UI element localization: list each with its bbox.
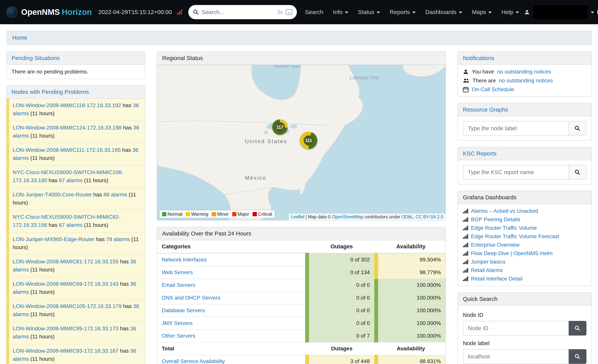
on-call-schedule-link[interactable]: On-Call Schedule — [472, 86, 514, 93]
resource-graphs-card: Resource Graphs — [457, 103, 592, 141]
availability-cell: 100.000% — [376, 279, 446, 291]
node-link[interactable]: LON-Window-2008-MIMIC93-172.16.33.167 — [13, 348, 118, 354]
grafana-dashboard-link[interactable]: Juniper basics — [463, 259, 586, 265]
node-link[interactable]: LON-Window-2008-MIMIC69-172.16.33.143 — [13, 281, 118, 287]
grafana-dashboard-link[interactable]: Retail Alarms — [463, 267, 586, 273]
grafana-link-label[interactable]: Enterprise Overview — [471, 242, 519, 248]
node-link[interactable]: LON-Window-2008-MIMIC81-172.16.33.155 — [13, 259, 118, 265]
major-swatch-icon — [232, 212, 236, 216]
minor-swatch-icon — [212, 212, 216, 216]
redacted-username[interactable] — [533, 5, 588, 19]
breadcrumb-home-link[interactable]: Home — [12, 35, 27, 41]
grafana-dashboard-link[interactable]: Enterprise Overview — [463, 242, 586, 248]
column-header-availability: Availability — [376, 240, 446, 253]
user-notices-link[interactable]: no outstanding notices — [497, 69, 551, 75]
grafana-link-label[interactable]: Edge Router Traffic Volume Forecast — [471, 233, 559, 240]
nodes-pending-title[interactable]: Nodes with Pending Problems — [12, 89, 89, 95]
node-label-input[interactable] — [463, 349, 569, 364]
node-has-text: has — [118, 348, 130, 354]
nav-item-label: Status — [358, 9, 374, 15]
resource-graphs-header: Resource Graphs — [458, 103, 591, 116]
node-link[interactable]: LON-Juniper-T4000-Core-Router — [13, 192, 92, 198]
category-link[interactable]: Database Servers — [162, 307, 205, 313]
notice-badge-1[interactable]: 0 — [597, 7, 598, 17]
grafana-link-label[interactable]: Edge Router Traffic Volume — [471, 225, 537, 231]
node-label-label: Node label — [463, 340, 586, 347]
nav-item-maps[interactable]: Maps — [472, 9, 492, 15]
ksc-reports-search-button[interactable] — [569, 165, 586, 179]
grafana-dashboard-link[interactable]: BGP Peering Details — [463, 217, 586, 223]
category-link[interactable]: Email Servers — [162, 282, 195, 288]
osm-link[interactable]: OpenStreetMap — [332, 214, 363, 219]
odbl-link[interactable]: ODbL — [402, 214, 413, 219]
node-link[interactable]: LON-Window-2008-MIMIC111-172.16.33.185 — [13, 147, 121, 153]
grafana-link-label[interactable]: Retail Alarms — [471, 267, 503, 273]
nav-item-reports[interactable]: Reports — [390, 9, 416, 15]
node-link[interactable]: LON-Window-2008-MIMIC124-172.16.33.198 — [13, 125, 122, 131]
nav-item-info[interactable]: Info — [333, 9, 348, 15]
resource-graphs-title[interactable]: Resource Graphs — [463, 106, 508, 113]
node-alarm-count-link[interactable]: 88 alarms — [104, 192, 127, 198]
pending-situations-title[interactable]: Pending Situations — [12, 55, 60, 61]
node-duration-text: (11 hours) — [29, 133, 55, 139]
user-menu-caret-icon[interactable] — [591, 12, 594, 14]
node-alarm-count-link[interactable]: 78 alarms — [106, 236, 130, 242]
notification-row-user: You have no outstanding notices — [463, 69, 586, 75]
node-id-input[interactable] — [463, 321, 569, 336]
top-navbar: OpenNMSHorizon 2022-04-29T15:15:12+00:00… — [0, 0, 598, 24]
node-link[interactable]: LON-Window-2008-MIMIC99-172.16.33.173 — [13, 325, 118, 332]
column-header-outages: Outages — [307, 240, 376, 253]
search-icon — [574, 354, 580, 359]
node-link[interactable]: LON-Window-2008-MIMIC118-172.16.33.192 — [13, 102, 121, 108]
category-link[interactable]: DNS and DHCP Servers — [162, 295, 220, 301]
resource-graphs-search-button[interactable] — [569, 121, 586, 136]
node-alarm-count-link[interactable]: 67 alarms — [59, 177, 83, 183]
node-link[interactable]: LON-Window-2008-MIMIC105-172.16.33.179 — [13, 303, 122, 309]
map-cluster-marker[interactable]: 111 — [300, 132, 317, 149]
category-link[interactable]: Other Servers — [162, 333, 195, 339]
grafana-link-label[interactable]: BGP Peering Details — [471, 217, 520, 223]
availability-row: JMX Servers0 of 0100.000% — [157, 317, 446, 330]
node-id-search-button[interactable] — [569, 321, 586, 336]
grafana-dashboard-link[interactable]: Retail Interface Detail — [463, 276, 586, 282]
grafana-link-label[interactable]: Flow Deep Dive | OpenNMS Helm — [471, 250, 553, 257]
nav-item-dashboards[interactable]: Dashboards — [425, 9, 462, 15]
overall-availability-link[interactable]: Overall Service Availability — [162, 358, 225, 364]
grafana-link-label[interactable]: Juniper basics — [471, 259, 505, 265]
grafana-dashboard-link[interactable]: Alarms – Acked vs Unacked — [463, 208, 586, 214]
map-cluster-marker[interactable]: 117 — [272, 120, 288, 135]
notifications-title[interactable]: Notifications — [463, 55, 494, 61]
resource-graphs-input[interactable] — [463, 121, 569, 136]
availability-row: Database Servers0 of 0100.000% — [157, 304, 446, 317]
nav-item-search[interactable]: Search — [305, 9, 323, 15]
legend-label: Critical — [258, 211, 272, 217]
connection-lost-icon — [177, 9, 183, 15]
node-duration-text: (11 hours) — [83, 222, 108, 228]
team-notices-link[interactable]: no outstanding notices — [499, 78, 553, 84]
grafana-dashboard-link[interactable]: Flow Deep Dive | OpenNMS Helm — [463, 250, 586, 257]
category-link[interactable]: Web Servers — [162, 269, 193, 275]
availability-table-header-row: Categories Outages Availability — [157, 240, 446, 253]
category-link[interactable]: JMX Servers — [162, 320, 192, 326]
critical-swatch-icon — [253, 212, 257, 216]
grafana-dashboard-link[interactable]: Edge Router Traffic Volume Forecast — [463, 233, 586, 240]
availability-header: Availability Over the Past 24 Hours — [157, 227, 446, 240]
notifications-list: You have no outstanding notices There ar… — [458, 65, 591, 96]
nav-item-help[interactable]: Help — [501, 9, 519, 15]
node-link[interactable]: LON-Juniper-MX960-Edge-Router — [13, 236, 95, 242]
grafana-dashboards-title: Grafana Dashboards — [463, 194, 516, 201]
grafana-link-label[interactable]: Retail Interface Detail — [471, 276, 523, 282]
cc-license-link[interactable]: CC BY-SA 2.0 — [415, 214, 443, 219]
grafana-link-label[interactable]: Alarms – Acked vs Unacked — [471, 208, 538, 214]
regional-status-map[interactable]: Hudson Bay Labrador Sea United States Mé… — [157, 65, 446, 220]
node-alarm-count-link[interactable]: 67 alarms — [59, 222, 83, 228]
ksc-reports-input[interactable] — [463, 165, 569, 179]
brand-link[interactable]: OpenNMSHorizon — [6, 6, 92, 18]
node-label-search-button[interactable] — [569, 349, 586, 364]
leaflet-link[interactable]: Leaflet — [291, 214, 304, 219]
ksc-reports-title[interactable]: KSC Reports — [463, 150, 497, 157]
grafana-dashboard-link[interactable]: Edge Router Traffic Volume — [463, 225, 586, 231]
nav-item-status[interactable]: Status — [358, 9, 380, 15]
global-search-input[interactable] — [202, 9, 274, 15]
category-link[interactable]: Network Interfaces — [162, 257, 207, 263]
